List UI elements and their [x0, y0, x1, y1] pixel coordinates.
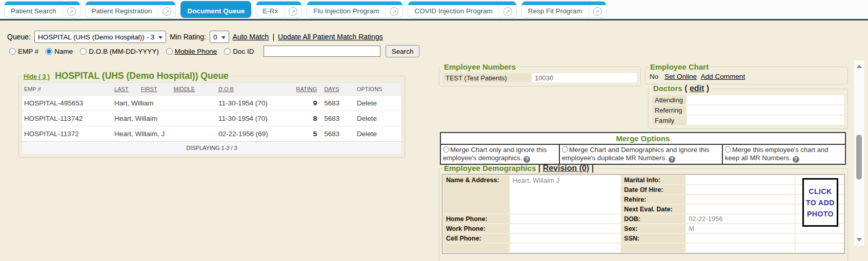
col-dob[interactable]: D.O.B [216, 83, 289, 96]
tab-flu-injection-program[interactable]: Flu Injection Program ↗ [307, 1, 403, 18]
merge-chart-only-radio[interactable] [443, 146, 449, 153]
col-last[interactable]: LAST [112, 83, 139, 96]
tab-label: Flu Injection Program [307, 5, 385, 17]
patient-dob: 11-30-1954 (70) [216, 111, 289, 126]
emp-number-radio-label[interactable]: EMP # [18, 48, 38, 55]
chart-status: No [650, 73, 658, 80]
revision-link[interactable]: Revision (0) [543, 164, 590, 172]
employee-chart-title: Employee Chart [648, 62, 711, 71]
open-new-window-button[interactable]: ↗ [499, 5, 516, 17]
col-first[interactable]: FIRST [139, 83, 172, 96]
help-icon[interactable]: ? [793, 156, 799, 163]
help-icon[interactable]: ? [669, 156, 675, 163]
set-online-link[interactable]: Set Online [664, 73, 697, 80]
merge-option-cell: Merge Chart only and ignore this employe… [440, 144, 559, 164]
name-radio[interactable] [46, 48, 52, 55]
open-new-window-button[interactable]: ↗ [385, 5, 402, 17]
table-row: HOSPITAL-11372 Heart, Willaim, J 02-22-1… [22, 126, 402, 142]
col-emp: EMP # [22, 83, 113, 96]
queue-select[interactable]: HOSPITAL (UHS (Demo Hospital)) - 3 [34, 31, 166, 43]
mobile-phone-radio[interactable] [166, 48, 173, 55]
doc-id-radio[interactable] [224, 48, 231, 55]
paging-status: DISPLAYING 1-3 / 3 [22, 142, 402, 155]
delete-link[interactable]: Delete [355, 126, 402, 142]
patient-name: Heart, Willaim [112, 111, 216, 126]
cell-phone-value [510, 234, 620, 243]
tab-label: Resp Fit Program [522, 5, 589, 17]
doctor-role-label: Attending [652, 95, 686, 104]
update-ratings-link[interactable]: Update All Patient Match Ratings [278, 33, 383, 41]
merge-keep-all-radio[interactable] [725, 146, 731, 153]
hide-queue-link[interactable]: Hide ( 3 ) [24, 73, 50, 80]
patient-dob: 02-22-1956 (69) [216, 126, 289, 142]
search-input[interactable] [264, 46, 380, 57]
col-middle[interactable]: MIDDLE [172, 83, 216, 96]
tab-e-rx[interactable]: E-Rx ↗ [256, 1, 302, 18]
home-phone-value [510, 214, 620, 223]
match-rating: 9 [288, 96, 322, 111]
photo-column-cell [796, 244, 843, 252]
open-new-window-button[interactable]: ↗ [63, 5, 80, 17]
emp-number-radio[interactable] [9, 48, 16, 55]
min-rating-select[interactable]: 0 [210, 31, 229, 43]
add-photo-button[interactable]: CLICK TO ADD PHOTO [802, 178, 838, 227]
tab-document-queue[interactable]: Document Queue [180, 1, 251, 18]
cell-phone-label: Cell Phone: [443, 234, 509, 243]
name-address-label: Name & Address: [443, 176, 509, 213]
queue-label: Queue: [7, 33, 31, 41]
queue-select-value: HOSPITAL (UHS (Demo Hospital)) - 3 [38, 33, 154, 41]
tab-resp-fit-program[interactable]: Resp Fit Program ↗ [521, 1, 607, 18]
external-link-icon: ↗ [289, 7, 297, 16]
merge-option-text: Merge Chart and Demographics and ignore … [562, 146, 710, 162]
auto-match-link[interactable]: Auto Match [233, 33, 269, 41]
pipe: | [592, 164, 594, 172]
search-bar: EMP # Name D.O.B (MM-DD-YYYY) Mobile Pho… [9, 45, 419, 57]
doctor-value [687, 105, 844, 115]
search-button[interactable]: Search [386, 45, 420, 57]
days-count: 5683 [322, 111, 355, 126]
table-row: HOSPITAL-113742 Heart, Willaim 11-30-195… [22, 111, 402, 126]
demographics-grid: Name & Address: Heart, Willaim J Marital… [442, 174, 845, 254]
days-count: 5683 [322, 126, 355, 142]
doctor-role-label: Referring [652, 105, 686, 115]
delete-link[interactable]: Delete [355, 111, 402, 126]
clipped-row-label [621, 244, 685, 252]
next-eval-date-label: Next Eval. Date: [621, 205, 685, 213]
name-radio-label[interactable]: Name [54, 48, 73, 55]
col-rating[interactable]: RATING [288, 83, 322, 96]
mobile-phone-radio-label[interactable]: Mobile Phone [175, 48, 217, 55]
add-comment-link[interactable]: Add Comment [701, 73, 745, 80]
open-new-window-button[interactable]: ↗ [284, 5, 301, 17]
work-phone-label: Work Phone: [443, 224, 509, 233]
date-of-hire-label: Date Of Hire: [621, 185, 685, 194]
help-icon[interactable]: ? [523, 156, 530, 163]
tab-covid-injection-program[interactable]: COVID Injection Program ↗ [408, 1, 516, 18]
open-new-window-button[interactable]: ↗ [589, 5, 606, 17]
doc-id-radio-label[interactable]: Doc ID [233, 48, 254, 55]
doctor-role-label: Family [652, 116, 686, 125]
scroll-up-arrow[interactable] [857, 64, 862, 68]
tab-patient-search[interactable]: Patient Search ↗ [4, 1, 80, 18]
tab-patient-registration[interactable]: Patient Registration ↗ [85, 1, 176, 18]
vertical-scrollbar[interactable] [854, 60, 864, 246]
photo-line: PHOTO [807, 210, 834, 218]
tab-label: Patient Registration [86, 5, 158, 17]
merge-options-table: Merge Options Merge Chart only and ignor… [440, 132, 846, 165]
dob-radio-label[interactable]: D.O.B (MM-DD-YYYY) [89, 48, 159, 55]
dob-label: DOB: [621, 214, 685, 223]
ssn-label: SSN: [621, 234, 685, 243]
scroll-down-arrow[interactable] [857, 238, 862, 242]
min-rating-value: 0 [213, 33, 217, 41]
merge-chart-demographics-radio[interactable] [562, 146, 568, 153]
delete-link[interactable]: Delete [355, 96, 402, 111]
scrollbar-thumb[interactable] [856, 135, 862, 180]
table-row: HOSPITAL-495653 Hart, William 11-30-1954… [22, 96, 402, 111]
demographics-title: Employee Demographics [444, 164, 536, 172]
col-days[interactable]: DAYS [322, 83, 355, 96]
work-phone-value [510, 224, 620, 233]
merge-option-cell: Merge this employee's chart and keep all… [722, 144, 845, 164]
doctors-edit-link[interactable]: edit [690, 84, 704, 93]
merge-option-cell: Merge Chart and Demographics and ignore … [559, 144, 722, 164]
open-new-window-button[interactable]: ↗ [158, 5, 175, 17]
dob-radio[interactable] [80, 48, 87, 55]
